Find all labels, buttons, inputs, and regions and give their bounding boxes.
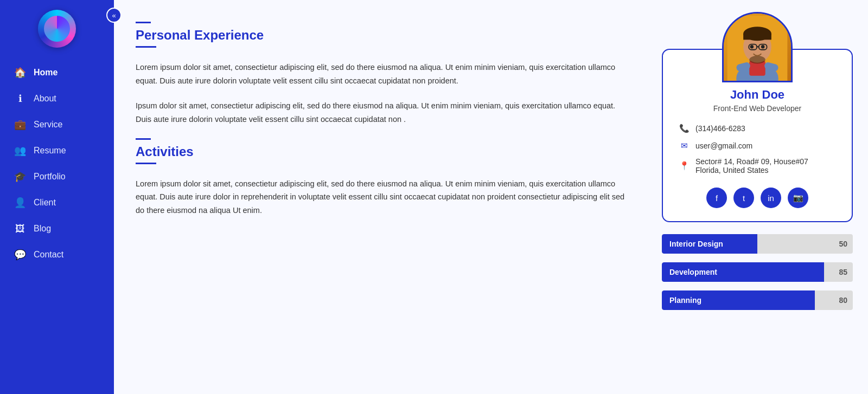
activities-heading: Activities (136, 144, 629, 159)
blog-icon: 🖼 (14, 223, 26, 235)
phone-number: (314)466-6283 (695, 124, 745, 133)
skill-bar-fill-2: Planning (662, 290, 815, 310)
about-icon: ℹ (14, 93, 26, 105)
section-top-line-2 (136, 138, 151, 140)
sidebar-item-resume[interactable]: 👥 Resume (0, 138, 114, 164)
email-address: user@gmail.com (695, 141, 752, 150)
heading-underline-2 (136, 163, 156, 164)
skill-label-0: Interior Design (669, 240, 723, 248)
sidebar-item-label-resume: Resume (34, 146, 66, 156)
profile-title: Front-End Web Developer (713, 104, 801, 113)
resume-icon: 👥 (14, 145, 26, 157)
avatar-svg (725, 16, 790, 81)
sidebar-collapse-button[interactable]: « (106, 8, 122, 23)
skill-bar-1: Development 85 (662, 262, 853, 282)
email-icon: ✉ (678, 140, 690, 152)
home-icon: 🏠 (14, 67, 26, 79)
sidebar-item-label-client: Client (34, 198, 56, 208)
personal-experience-heading: Personal Experience (136, 28, 629, 43)
address-text: Sector# 14, Road# 09, House#07 Florida, … (695, 157, 808, 175)
logo-inner (44, 16, 70, 42)
twitter-button[interactable]: t (733, 188, 754, 208)
address-line2: Florida, United States (695, 166, 808, 175)
content-area: Personal Experience Lorem ipsum dolor si… (114, 0, 651, 394)
sidebar-item-blog[interactable]: 🖼 Blog (0, 216, 114, 242)
sidebar-item-contact[interactable]: 💬 Contact (0, 242, 114, 268)
skill-percent-0: 50 (839, 240, 847, 248)
skill-bar-bg-1: Development 85 (662, 262, 853, 282)
email-row: ✉ user@gmail.com (678, 140, 837, 152)
sidebar-item-client[interactable]: 👤 Client (0, 190, 114, 216)
sidebar-item-portfolio[interactable]: 🎓 Portfolio (0, 164, 114, 190)
skill-percent-1: 85 (839, 268, 847, 276)
svg-point-7 (750, 45, 754, 48)
portfolio-icon: 🎓 (14, 171, 26, 183)
svg-point-6 (749, 56, 765, 64)
sidebar: « 🏠 Home ℹ About 💼 Service 👥 Resume 🎓 Po… (0, 0, 114, 394)
skill-bar-0: Interior Design 50 (662, 234, 853, 254)
sidebar-item-service[interactable]: 💼 Service (0, 112, 114, 138)
profile-name: John Doe (730, 88, 784, 102)
skill-bar-bg-0: Interior Design 50 (662, 234, 853, 254)
service-icon: 💼 (14, 119, 26, 131)
client-icon: 👤 (14, 197, 26, 209)
heading-underline-1 (136, 46, 156, 48)
skills-section: Interior Design 50 Development 85 Planni… (662, 234, 853, 319)
profile-card: John Doe Front-End Web Developer 📞 (314)… (662, 49, 853, 222)
phone-row: 📞 (314)466-6283 (678, 122, 837, 134)
activities-section: Activities Lorem ipsum dolor sit amet, c… (136, 138, 629, 217)
social-links: f t in 📷 (706, 188, 808, 208)
skill-bar-fill-0: Interior Design (662, 234, 757, 254)
skill-percent-2: 80 (839, 296, 847, 305)
svg-rect-5 (743, 34, 771, 40)
skill-bar-bg-2: Planning 80 (662, 290, 853, 310)
right-panel: John Doe Front-End Web Developer 📞 (314)… (651, 0, 868, 394)
skill-label-2: Planning (669, 296, 701, 305)
personal-experience-para2: Ipsum dolor sit amet, consectietur adipi… (136, 99, 629, 126)
svg-point-8 (761, 45, 764, 48)
avatar-wrapper (722, 12, 793, 82)
instagram-button[interactable]: 📷 (788, 188, 808, 208)
sidebar-item-home[interactable]: 🏠 Home (0, 60, 114, 86)
avatar (724, 14, 791, 81)
sidebar-item-label-service: Service (34, 120, 62, 130)
address-line1: Sector# 14, Road# 09, House#07 (695, 157, 808, 166)
skill-label-1: Development (669, 268, 717, 276)
address-row: 📍 Sector# 14, Road# 09, House#07 Florida… (678, 157, 837, 175)
contact-icon: 💬 (14, 249, 26, 261)
facebook-button[interactable]: f (706, 188, 727, 208)
sidebar-item-label-about: About (34, 94, 56, 104)
skill-bar-fill-1: Development (662, 262, 824, 282)
sidebar-item-label-portfolio: Portfolio (34, 172, 66, 182)
personal-experience-section: Personal Experience Lorem ipsum dolor si… (136, 22, 629, 126)
sidebar-item-label-contact: Contact (34, 250, 63, 260)
location-icon: 📍 (678, 160, 690, 172)
sidebar-item-about[interactable]: ℹ About (0, 86, 114, 112)
activities-para1: Lorem ipsum dolor sit amet, consectietur… (136, 177, 629, 217)
logo-circle (38, 10, 76, 48)
section-top-line-1 (136, 22, 151, 23)
personal-experience-para1: Lorem ipsum dolor sit amet, consectietur… (136, 61, 629, 87)
phone-icon: 📞 (678, 122, 690, 134)
skill-bar-2: Planning 80 (662, 290, 853, 310)
sidebar-item-label-home: Home (34, 68, 58, 77)
main-content: Personal Experience Lorem ipsum dolor si… (114, 0, 868, 394)
linkedin-button[interactable]: in (761, 188, 781, 208)
logo (0, 0, 114, 60)
sidebar-item-label-blog: Blog (34, 224, 51, 234)
